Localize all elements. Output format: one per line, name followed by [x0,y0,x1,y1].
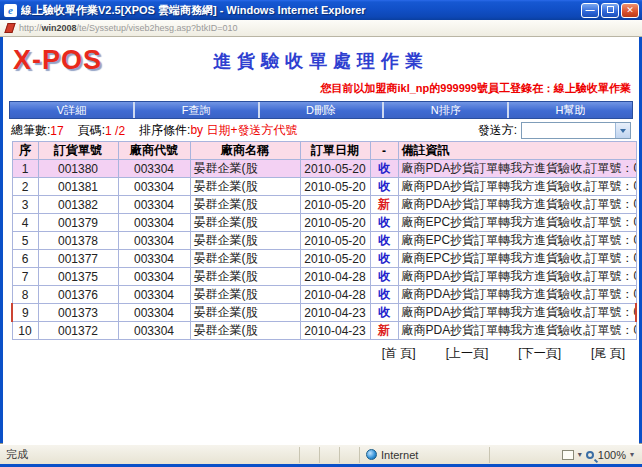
cell-seq: 2 [12,178,38,196]
sort-button[interactable]: N排序 [384,102,509,118]
page-number-value: 1 /2 [105,124,125,138]
table-row[interactable]: 1001380003304晏群企業(股2010-05-20收廠商PDA抄貨訂單轉… [12,160,636,178]
col-seq: 序 [12,142,38,160]
table-row[interactable]: 10001372003304晏群企業(股2010-04-23新廠商PDA抄貨訂單… [12,322,636,340]
sort-condition-label: 排序條件: [139,122,190,139]
cell-status: 收 [370,214,398,232]
table-row[interactable]: 2001381003304晏群企業(股2010-05-20收廠商PDA抄貨訂單轉… [12,178,636,196]
detail-button[interactable]: V詳細 [10,102,135,118]
cell-remark: 廠商PDA抄貨訂單轉我方進貨驗收,訂單號：001372 [398,322,636,340]
table-row[interactable]: 7001375003304晏群企業(股2010-04-28收廠商PDA抄貨訂單轉… [12,268,636,286]
delete-button[interactable]: D刪除 [260,102,385,118]
cell-order-date: 2010-05-20 [300,214,370,232]
cell-status: 新 [370,322,398,340]
cell-remark: 廠商EPC抄貨訂單轉我方進貨驗收,訂單號：001379 [398,214,636,232]
cell-status: 收 [370,160,398,178]
next-page-link[interactable]: [下一頁] [518,345,561,362]
cell-vendor-code: 003304 [118,268,190,286]
status-spacer [340,447,360,463]
table-row[interactable]: 5001378003304晏群企業(股2010-05-20收廠商EPC抄貨訂單轉… [12,232,636,250]
page-mode-dropdown-icon[interactable]: ▾ [578,450,582,459]
cell-order-no: 001377 [38,250,118,268]
table-header-row: 序 訂貨單號 廠商代號 廠商名稱 訂單日期 - 備註資訊 [12,142,636,160]
cell-vendor-code: 003304 [118,196,190,214]
order-table-body: 1001380003304晏群企業(股2010-05-20收廠商PDA抄貨訂單轉… [12,160,636,340]
cell-status: 收 [370,232,398,250]
cell-order-date: 2010-04-28 [300,286,370,304]
cell-vendor-name: 晏群企業(股 [190,268,300,286]
cell-remark: 廠商EPC抄貨訂單轉我方進貨驗收,訂單號：001377 [398,250,636,268]
cell-status: 收 [370,304,398,322]
first-page-link[interactable]: [首 頁] [382,345,416,362]
help-button[interactable]: H幫助 [509,102,632,118]
zone-label: Internet [381,449,418,461]
zoom-dropdown-icon[interactable]: ▾ [630,450,634,459]
page-mode-icon [562,450,574,460]
cell-remark: 廠商PDA抄貨訂單轉我方進貨驗收,訂單號：001382 [398,196,636,214]
address-bar[interactable]: http://win2008/te/Syssetup/viseb2hesg.as… [0,20,642,37]
cell-remark: 廠商PDA抄貨訂單轉我方進貨驗收,訂單號：001373 [398,304,636,322]
cell-status: 收 [370,268,398,286]
cell-status: 收 [370,250,398,268]
maximize-icon [607,6,614,13]
cell-seq: 4 [12,214,38,232]
cell-order-no: 001373 [38,304,118,322]
cell-vendor-name: 晏群企業(股 [190,196,300,214]
login-status: 您目前以加盟商ikl_np的999999號員工登錄在：線上驗收單作業 [3,79,639,99]
cell-remark: 廠商PDA抄貨訂單轉我方進貨驗收,訂單號：001381 [398,178,636,196]
chevron-down-icon[interactable] [615,123,630,138]
col-status: - [370,142,398,160]
cell-remark: 廠商PDA抄貨訂單轉我方進貨驗收,訂單號：001380 [398,160,636,178]
status-spacer [320,447,340,463]
cell-order-date: 2010-04-23 [300,322,370,340]
sender-select[interactable] [521,122,631,139]
cell-order-no: 001375 [38,268,118,286]
cell-seq: 5 [12,232,38,250]
cell-order-date: 2010-05-20 [300,160,370,178]
col-order-no: 訂貨單號 [38,142,118,160]
magnifier-icon [586,451,594,459]
status-text: 完成 [0,447,300,463]
cell-seq: 3 [12,196,38,214]
maximize-button[interactable] [601,3,619,18]
status-bar: 完成 Internet ▾ 100% ▾ [0,444,642,464]
cell-order-no: 001372 [38,322,118,340]
cell-order-date: 2010-04-28 [300,268,370,286]
sort-condition-value: by 日期+發送方代號 [190,122,297,139]
cell-status: 收 [370,178,398,196]
cell-order-no: 001376 [38,286,118,304]
minimize-button[interactable]: — [581,3,599,18]
table-row[interactable]: 9001373003304晏群企業(股2010-04-23收廠商PDA抄貨訂單轉… [12,304,636,322]
cell-remark: 廠商PDA抄貨訂單轉我方進貨驗收,訂單號：001376 [398,286,636,304]
last-page-link[interactable]: [尾 頁] [591,345,625,362]
cell-order-no: 001381 [38,178,118,196]
col-remark: 備註資訊 [398,142,636,160]
zoom-control[interactable]: ▾ 100% ▾ [562,449,642,461]
zoom-level: 100% [598,449,626,461]
cell-vendor-name: 晏群企業(股 [190,160,300,178]
col-vendor-code: 廠商代號 [118,142,190,160]
page-number-label: 頁碼: [78,122,105,139]
cell-seq: 1 [12,160,38,178]
cell-seq: 7 [12,268,38,286]
table-row[interactable]: 6001377003304晏群企業(股2010-05-20收廠商EPC抄貨訂單轉… [12,250,636,268]
query-button[interactable]: F查詢 [135,102,260,118]
cell-order-no: 001380 [38,160,118,178]
cell-vendor-name: 晏群企業(股 [190,214,300,232]
prev-page-link[interactable]: [上一頁] [446,345,489,362]
cell-order-no: 001379 [38,214,118,232]
cell-order-no: 001378 [38,232,118,250]
table-row[interactable]: 4001379003304晏群企業(股2010-05-20收廠商EPC抄貨訂單轉… [12,214,636,232]
cell-vendor-code: 003304 [118,322,190,340]
table-row[interactable]: 8001376003304晏群企業(股2010-04-28收廠商PDA抄貨訂單轉… [12,286,636,304]
pagination: [首 頁] [上一頁] [下一頁] [尾 頁] [3,340,639,362]
cell-status: 收 [370,286,398,304]
cell-order-date: 2010-04-23 [300,304,370,322]
table-row[interactable]: 3001382003304晏群企業(股2010-05-20新廠商PDA抄貨訂單轉… [12,196,636,214]
ie-logo-icon: e [4,4,17,17]
sender-label: 發送方: [478,122,517,139]
col-order-date: 訂單日期 [300,142,370,160]
cell-vendor-name: 晏群企業(股 [190,322,300,340]
close-button[interactable]: ✕ [621,3,639,18]
page-title: 進貨驗收單處理作業 [3,49,639,73]
